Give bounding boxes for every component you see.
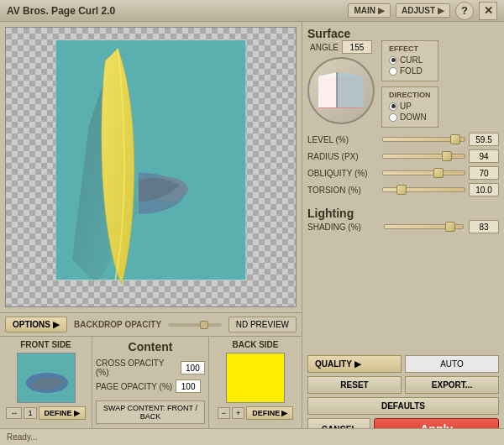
angle-input[interactable]: 155 xyxy=(342,40,372,54)
back-thumbnail xyxy=(226,353,285,403)
cross-opacity-value[interactable]: 100 xyxy=(181,361,205,374)
quality-row: QUALITY ▶ AUTO xyxy=(307,355,499,373)
back-define-button[interactable]: DEFINE ▶ xyxy=(246,406,293,420)
page-opacity-row: PAGE OPACITY (%) 100 xyxy=(96,380,205,393)
effect-label: EFFECT xyxy=(389,44,431,53)
back-minus-button[interactable]: − xyxy=(218,407,230,419)
defaults-button[interactable]: DEFAULTS xyxy=(307,397,499,415)
shading-value[interactable]: 83 xyxy=(469,220,499,233)
lighting-title: Lighting xyxy=(307,207,354,220)
torsion-thumb xyxy=(396,185,407,195)
direction-label: DIRECTION xyxy=(389,91,431,99)
up-radio-row[interactable]: UP xyxy=(389,102,431,111)
front-define-button[interactable]: DEFINE ▶ xyxy=(39,406,86,420)
torsion-value[interactable]: 10.0 xyxy=(469,183,499,196)
nd-preview-button[interactable]: ND PREVIEW xyxy=(228,317,297,332)
level-slider-row: LEVEL (%) 59.5 xyxy=(307,133,499,146)
torsion-slider[interactable] xyxy=(382,187,465,192)
right-panel: Surface ANGLE 155 xyxy=(302,22,504,445)
export-button[interactable]: EXPORT... xyxy=(405,376,499,394)
cross-opacity-label: CROSS OPACITY (%) xyxy=(96,359,177,377)
main-button[interactable]: MAIN ▶ xyxy=(348,3,391,18)
obliquity-value[interactable]: 70 xyxy=(469,166,499,180)
obliquity-thumb xyxy=(433,168,444,178)
preview-controls: OPTIONS ▶ BACKDROP OPACITY ND PREVIEW xyxy=(0,312,302,336)
cross-opacity-row: CROSS OPACITY (%) 100 xyxy=(96,359,205,377)
reset-button[interactable]: RESET xyxy=(307,376,402,394)
torsion-slider-row: TORSION (%) 10.0 xyxy=(307,183,499,196)
close-button[interactable]: ✕ xyxy=(479,2,497,20)
fold-label: FOLD xyxy=(400,66,423,76)
level-value[interactable]: 59.5 xyxy=(469,133,499,146)
adjust-button[interactable]: ADJUST ▶ xyxy=(396,3,450,18)
fold-radio-row[interactable]: FOLD xyxy=(389,66,431,76)
back-side-label: BACK SIDE xyxy=(232,340,278,349)
main-arrow-icon: ▶ xyxy=(378,6,385,15)
status-text: Ready... xyxy=(7,432,38,442)
quality-arrow-icon: ▶ xyxy=(354,359,361,369)
backdrop-slider-thumb xyxy=(200,321,208,329)
direction-box: DIRECTION UP DOWN xyxy=(381,86,438,128)
title-bar: AV Bros. Page Curl 2.0 MAIN ▶ ADJUST ▶ ?… xyxy=(0,0,504,22)
svg-marker-8 xyxy=(337,72,364,107)
radius-thumb xyxy=(442,151,452,161)
shading-thumb xyxy=(445,222,455,232)
down-radio[interactable] xyxy=(389,113,397,122)
backdrop-slider[interactable] xyxy=(168,323,222,327)
obliquity-slider[interactable] xyxy=(382,170,465,175)
radius-slider-row: RADIUS (PX) 94 xyxy=(307,149,499,163)
page-curl-svg xyxy=(6,28,296,301)
level-label: LEVEL (%) xyxy=(307,135,379,144)
shading-slider[interactable] xyxy=(384,224,464,229)
torsion-label: TORSION (%) xyxy=(307,186,379,195)
help-button[interactable]: ? xyxy=(455,2,474,20)
page-opacity-value[interactable]: 100 xyxy=(176,380,201,393)
controls-right: EFFECT CURL FOLD DIRECTION xyxy=(381,40,438,128)
radius-value[interactable]: 94 xyxy=(469,149,499,163)
back-define-arrow-icon: ▶ xyxy=(281,409,287,417)
backdrop-label: BACKDROP OPACITY xyxy=(74,320,161,329)
main-content: OPTIONS ▶ BACKDROP OPACITY ND PREVIEW FR… xyxy=(0,22,504,445)
effect-box: EFFECT CURL FOLD xyxy=(381,40,438,81)
title-bar-left: AV Bros. Page Curl 2.0 xyxy=(7,5,115,17)
dial-preview-svg xyxy=(312,64,370,118)
radius-label: RADIUS (PX) xyxy=(307,152,379,161)
up-radio[interactable] xyxy=(389,102,397,111)
level-slider[interactable] xyxy=(382,137,465,142)
angle-dial[interactable] xyxy=(307,57,375,124)
fold-radio[interactable] xyxy=(389,67,397,76)
front-side-label: FRONT SIDE xyxy=(20,340,71,349)
surface-section: Surface ANGLE 155 xyxy=(307,27,499,200)
options-arrow-icon: ▶ xyxy=(53,320,60,329)
front-number-button[interactable]: 1 xyxy=(24,407,36,419)
quality-button[interactable]: QUALITY ▶ xyxy=(307,355,402,373)
app-title: AV Bros. Page Curl 2.0 xyxy=(7,5,115,17)
adjust-arrow-icon: ▶ xyxy=(438,6,444,15)
curl-radio-row[interactable]: CURL xyxy=(389,55,431,65)
swap-content-button[interactable]: SWAP CONTENT: FRONT / BACK xyxy=(96,400,205,424)
front-thumbnail-svg xyxy=(18,353,76,403)
reset-export-row: RESET EXPORT... xyxy=(307,376,499,394)
left-panel: OPTIONS ▶ BACKDROP OPACITY ND PREVIEW FR… xyxy=(0,22,302,445)
front-arrow-left-button[interactable]: ↔ xyxy=(6,407,22,419)
action-buttons: QUALITY ▶ AUTO RESET EXPORT... DEFAULTS … xyxy=(307,355,499,440)
front-define-arrow-icon: ▶ xyxy=(74,409,80,417)
down-label: DOWN xyxy=(400,113,427,122)
auto-display: AUTO xyxy=(405,355,499,373)
angle-container: ANGLE 155 xyxy=(307,40,375,128)
angle-label: ANGLE xyxy=(310,43,339,52)
status-bar: Ready... xyxy=(0,428,504,445)
preview-area xyxy=(5,27,297,307)
radius-slider[interactable] xyxy=(382,154,465,159)
obliquity-slider-row: OBLIQUITY (%) 70 xyxy=(307,166,499,180)
up-label: UP xyxy=(400,102,412,111)
curl-radio[interactable] xyxy=(389,56,397,65)
options-button[interactable]: OPTIONS ▶ xyxy=(5,317,67,332)
back-plus-button[interactable]: + xyxy=(232,407,244,419)
back-panel-controls: − + DEFINE ▶ xyxy=(218,406,294,420)
down-radio-row[interactable]: DOWN xyxy=(389,113,431,122)
page-opacity-label: PAGE OPACITY (%) xyxy=(96,382,172,391)
level-thumb xyxy=(450,134,460,144)
obliquity-label: OBLIQUITY (%) xyxy=(307,169,379,178)
content-title: Content xyxy=(129,340,173,353)
